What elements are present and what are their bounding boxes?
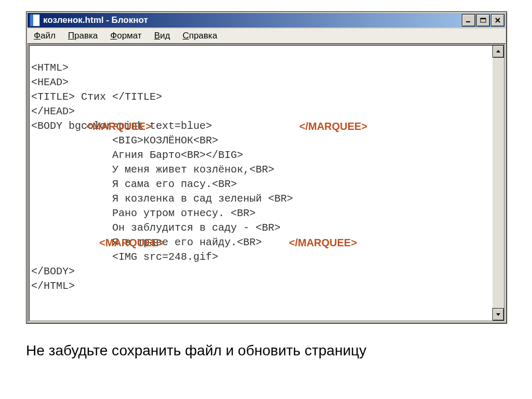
code-line: <IMG src=248.gif>	[31, 251, 218, 263]
maximize-button[interactable]	[476, 14, 490, 26]
code-line: <BIG>КОЗЛЁНОК<BR>	[31, 135, 218, 147]
code-line: Рано утром отнесу. <BR>	[31, 207, 256, 219]
title-bar[interactable]: козленок.html - Блокнот	[28, 13, 506, 28]
code-line: Он заблудится в саду - <BR>	[31, 222, 281, 234]
scroll-up-button[interactable]	[493, 45, 504, 58]
annotation-marquee-close-2: </MARQUEE>	[289, 235, 357, 250]
scroll-track[interactable]	[493, 58, 504, 308]
window-title: козленок.html - Блокнот	[43, 15, 461, 25]
notepad-window: козленок.html - Блокнот Файл Правка Форм…	[26, 11, 507, 324]
code-line: </HEAD>	[31, 105, 75, 117]
menu-format[interactable]: Формат	[104, 29, 148, 43]
annotation-marquee-close-1: </MARQUEE>	[299, 119, 367, 134]
code-line: <HEAD>	[31, 76, 69, 88]
code-line: Я козленка в сад зеленый <BR>	[31, 193, 293, 205]
window-controls	[461, 14, 504, 26]
svg-rect-2	[481, 18, 486, 19]
code-line: </HTML>	[31, 280, 75, 292]
menu-view[interactable]: Вид	[148, 29, 177, 43]
scroll-down-button[interactable]	[493, 308, 504, 321]
menu-edit[interactable]: Правка	[62, 29, 104, 43]
minimize-button[interactable]	[462, 14, 475, 26]
menu-file[interactable]: Файл	[28, 29, 62, 43]
text-area[interactable]: <HTML> <HEAD> <TITLE> Стих </TITLE> </HE…	[29, 45, 493, 321]
svg-rect-0	[466, 21, 470, 22]
code-line: Я сама его пасу.<BR>	[31, 178, 237, 190]
annotation-marquee-open-1: <MARQUEE>	[86, 119, 152, 134]
slide-caption: Не забудьте сохранить файл и обновить ст…	[26, 342, 506, 359]
vertical-scrollbar[interactable]	[493, 45, 504, 321]
code-line: </BODY>	[31, 265, 75, 277]
annotation-marquee-open-2: <MARQUEE>	[99, 235, 165, 250]
code-line: У меня живет козлёнок,<BR>	[31, 164, 274, 176]
menu-help[interactable]: Справка	[176, 29, 223, 43]
code-line: Агния Барто<BR></BIG>	[31, 149, 243, 161]
client-area: <HTML> <HEAD> <TITLE> Стих </TITLE> </HE…	[28, 43, 506, 322]
code-line: <HTML>	[31, 62, 69, 74]
close-button[interactable]	[491, 14, 504, 26]
code-line: <TITLE> Стих </TITLE>	[31, 91, 162, 103]
menu-bar: Файл Правка Формат Вид Справка	[28, 29, 506, 43]
notepad-icon	[30, 14, 40, 26]
